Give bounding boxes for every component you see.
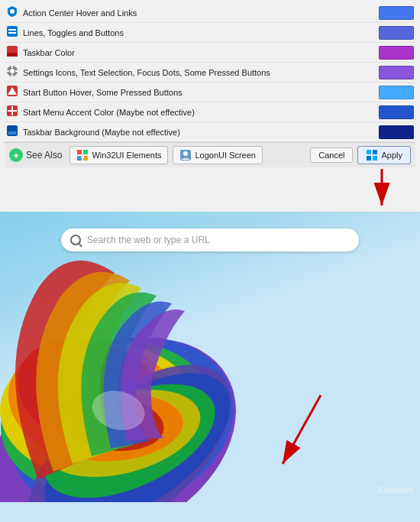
taskbar-arrow xyxy=(260,387,351,479)
color-swatch-5[interactable] xyxy=(379,105,414,119)
svg-rect-29 xyxy=(373,156,377,160)
row-icon-4 xyxy=(6,85,18,99)
svg-rect-18 xyxy=(8,131,16,135)
color-row-3: Settings Icons, Text Selection, Focus Do… xyxy=(5,63,415,83)
row-icon-2 xyxy=(6,45,18,60)
svg-rect-11 xyxy=(15,70,18,72)
apply-label: Apply xyxy=(381,151,402,160)
win32-button[interactable]: A Win32UI Elements xyxy=(69,146,168,164)
win32-label: Win32UI Elements xyxy=(92,151,161,160)
search-placeholder: Search the web or type a URL xyxy=(87,235,210,245)
cancel-button[interactable]: Cancel xyxy=(310,148,353,163)
toolbar: + See Also A Win32UI Elements LogonUI Sc… xyxy=(5,142,415,167)
svg-rect-27 xyxy=(373,150,377,154)
svg-point-7 xyxy=(10,69,15,73)
row-label-text-0: Action Center Hover and Links xyxy=(23,8,137,18)
apply-button[interactable]: Apply xyxy=(357,146,411,164)
row-label-text-2: Taskbar Color xyxy=(23,48,75,57)
color-row-6: Taskbar Background (Maybe not effective) xyxy=(5,122,415,142)
svg-rect-10 xyxy=(7,70,9,72)
see-also-label: See Also xyxy=(26,150,62,160)
color-row-label-1: Lines, Toggles and Buttons xyxy=(6,25,379,40)
color-swatch-3[interactable] xyxy=(379,66,414,79)
row-icon-0 xyxy=(6,5,18,20)
svg-point-25 xyxy=(183,151,188,156)
svg-rect-5 xyxy=(7,53,18,57)
color-row-2: Taskbar Color xyxy=(5,43,415,63)
svg-rect-28 xyxy=(367,156,371,160)
row-icon-1 xyxy=(6,25,18,40)
search-icon xyxy=(70,235,81,245)
apply-icon xyxy=(366,149,378,161)
watermark: Evaluation xyxy=(378,486,414,494)
svg-rect-9 xyxy=(11,74,13,76)
svg-rect-16 xyxy=(11,106,13,115)
color-swatch-2[interactable] xyxy=(379,46,414,60)
rainbow-swirl xyxy=(0,212,298,502)
svg-line-46 xyxy=(283,395,321,464)
color-row-label-6: Taskbar Background (Maybe not effective) xyxy=(6,125,379,139)
row-icon-3 xyxy=(6,65,18,79)
color-row-1: Lines, Toggles and Buttons xyxy=(5,23,415,43)
row-label-text-3: Settings Icons, Text Selection, Focus Do… xyxy=(23,68,270,77)
color-swatch-6[interactable] xyxy=(379,125,414,139)
svg-point-0 xyxy=(10,9,15,14)
svg-rect-2 xyxy=(8,29,16,31)
cancel-label: Cancel xyxy=(318,151,344,160)
search-bar[interactable]: Search the web or type a URL xyxy=(61,229,359,251)
color-row-5: Start Menu Accent Color (Maybe not effec… xyxy=(5,102,415,122)
svg-rect-26 xyxy=(367,150,371,154)
color-row-4: Start Button Hover, Some Pressed Buttons xyxy=(5,83,415,102)
logon-icon xyxy=(179,149,192,161)
color-rows-container: Action Center Hover and Links Lines, Tog… xyxy=(5,3,415,142)
browser-preview: Search the web or type a URL xyxy=(0,212,420,522)
color-swatch-4[interactable] xyxy=(379,86,414,99)
svg-rect-8 xyxy=(11,66,13,68)
color-row-label-4: Start Button Hover, Some Pressed Buttons xyxy=(6,85,379,99)
row-label-text-6: Taskbar Background (Maybe not effective) xyxy=(23,128,180,137)
svg-rect-1 xyxy=(7,26,18,37)
svg-rect-3 xyxy=(8,32,16,34)
row-label-text-5: Start Menu Accent Color (Maybe not effec… xyxy=(23,108,195,117)
color-row-label-2: Taskbar Color xyxy=(6,45,379,60)
win32-icon: A xyxy=(76,149,89,161)
color-row-label-0: Action Center Hover and Links xyxy=(6,5,379,20)
svg-text:A: A xyxy=(81,154,85,159)
row-label-text-1: Lines, Toggles and Buttons xyxy=(23,28,124,37)
logon-label: LogonUI Screen xyxy=(195,151,256,160)
row-icon-5 xyxy=(6,105,18,119)
row-icon-6 xyxy=(6,125,18,139)
see-also-icon: + xyxy=(9,148,23,162)
color-row-0: Action Center Hover and Links xyxy=(5,3,415,23)
logon-button[interactable]: LogonUI Screen xyxy=(173,146,263,164)
row-label-text-4: Start Button Hover, Some Pressed Buttons xyxy=(23,88,183,97)
color-row-label-5: Start Menu Accent Color (Maybe not effec… xyxy=(6,105,379,119)
color-swatch-0[interactable] xyxy=(379,6,414,20)
arrow-area xyxy=(0,167,420,212)
see-also-section: + See Also xyxy=(9,148,62,162)
color-swatch-1[interactable] xyxy=(379,26,414,40)
arrow-down xyxy=(359,167,405,212)
top-panel: Action Center Hover and Links Lines, Tog… xyxy=(0,0,420,167)
color-row-label-3: Settings Icons, Text Selection, Focus Do… xyxy=(6,65,379,79)
